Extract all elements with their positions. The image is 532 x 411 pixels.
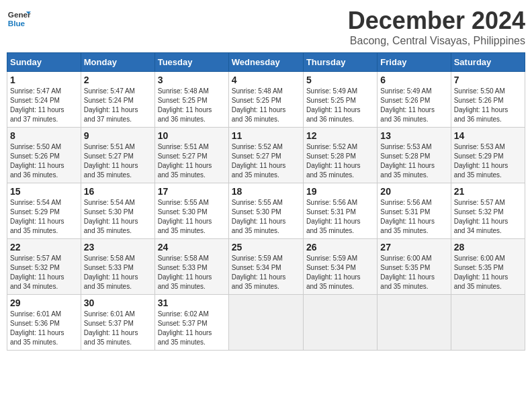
calendar-cell: 5 Sunrise: 5:49 AM Sunset: 5:25 PM Dayli… [303, 72, 377, 128]
calendar-cell: 30 Sunrise: 6:01 AM Sunset: 5:37 PM Dayl… [81, 295, 154, 351]
calendar-cell: 15 Sunrise: 5:54 AM Sunset: 5:29 PM Dayl… [7, 183, 81, 239]
calendar-cell: 27 Sunrise: 6:00 AM Sunset: 5:35 PM Dayl… [378, 239, 451, 295]
day-info: Sunrise: 5:56 AM Sunset: 5:31 PM Dayligh… [306, 198, 374, 236]
day-info: Sunrise: 5:50 AM Sunset: 5:26 PM Dayligh… [454, 87, 522, 124]
day-info: Sunrise: 5:58 AM Sunset: 5:33 PM Dayligh… [84, 254, 152, 291]
calendar-cell: 20 Sunrise: 5:56 AM Sunset: 5:31 PM Dayl… [378, 183, 451, 239]
calendar-cell: 21 Sunrise: 5:57 AM Sunset: 5:32 PM Dayl… [451, 183, 525, 239]
calendar-week-row: 29 Sunrise: 6:01 AM Sunset: 5:36 PM Dayl… [7, 295, 525, 351]
calendar-cell: 7 Sunrise: 5:50 AM Sunset: 5:26 PM Dayli… [451, 72, 525, 128]
calendar-cell: 6 Sunrise: 5:49 AM Sunset: 5:26 PM Dayli… [378, 72, 451, 128]
day-number: 15 [10, 186, 78, 197]
day-info: Sunrise: 5:49 AM Sunset: 5:25 PM Dayligh… [306, 87, 374, 124]
day-number: 31 [158, 298, 226, 308]
calendar-cell: 24 Sunrise: 5:58 AM Sunset: 5:33 PM Dayl… [154, 239, 228, 295]
calendar-cell: 22 Sunrise: 5:57 AM Sunset: 5:32 PM Dayl… [7, 239, 81, 295]
header-sunday: Sunday [7, 53, 81, 72]
day-number: 4 [232, 75, 300, 85]
calendar-cell [451, 295, 525, 351]
calendar-cell: 12 Sunrise: 5:52 AM Sunset: 5:28 PM Dayl… [303, 128, 377, 183]
day-number: 25 [232, 242, 300, 253]
day-number: 27 [380, 242, 447, 253]
title-area: December 2024 Bacong, Central Visayas, P… [348, 7, 525, 47]
day-info: Sunrise: 5:57 AM Sunset: 5:32 PM Dayligh… [454, 198, 522, 236]
calendar-cell: 11 Sunrise: 5:52 AM Sunset: 5:27 PM Dayl… [228, 128, 303, 183]
day-number: 22 [10, 242, 78, 253]
day-info: Sunrise: 5:48 AM Sunset: 5:25 PM Dayligh… [232, 87, 300, 124]
location-title: Bacong, Central Visayas, Philippines [348, 35, 525, 47]
header-wednesday: Wednesday [228, 53, 303, 72]
calendar-cell: 4 Sunrise: 5:48 AM Sunset: 5:25 PM Dayli… [228, 72, 303, 128]
day-number: 6 [380, 75, 447, 85]
day-number: 20 [380, 186, 447, 197]
day-number: 11 [232, 130, 300, 141]
calendar-cell: 28 Sunrise: 6:00 AM Sunset: 5:35 PM Dayl… [451, 239, 525, 295]
day-number: 17 [158, 186, 226, 197]
day-info: Sunrise: 5:52 AM Sunset: 5:27 PM Dayligh… [232, 142, 300, 180]
day-number: 3 [158, 75, 226, 85]
day-number: 7 [454, 75, 522, 85]
calendar-cell: 2 Sunrise: 5:47 AM Sunset: 5:24 PM Dayli… [81, 72, 154, 128]
calendar-cell [378, 295, 451, 351]
month-title: December 2024 [348, 7, 525, 35]
day-number: 28 [454, 242, 522, 253]
calendar-cell: 18 Sunrise: 5:55 AM Sunset: 5:30 PM Dayl… [228, 183, 303, 239]
calendar-cell: 31 Sunrise: 6:02 AM Sunset: 5:37 PM Dayl… [154, 295, 228, 351]
day-info: Sunrise: 5:53 AM Sunset: 5:28 PM Dayligh… [380, 142, 447, 180]
calendar-cell: 29 Sunrise: 6:01 AM Sunset: 5:36 PM Dayl… [7, 295, 81, 351]
day-number: 29 [10, 298, 78, 308]
calendar-cell [228, 295, 303, 351]
day-info: Sunrise: 5:52 AM Sunset: 5:28 PM Dayligh… [306, 142, 374, 180]
calendar-cell [303, 295, 377, 351]
calendar-cell: 14 Sunrise: 5:53 AM Sunset: 5:29 PM Dayl… [451, 128, 525, 183]
calendar-week-row: 22 Sunrise: 5:57 AM Sunset: 5:32 PM Dayl… [7, 239, 525, 295]
day-info: Sunrise: 5:58 AM Sunset: 5:33 PM Dayligh… [158, 254, 226, 291]
day-number: 14 [454, 130, 522, 141]
header-saturday: Saturday [451, 53, 525, 72]
day-info: Sunrise: 5:47 AM Sunset: 5:24 PM Dayligh… [10, 87, 78, 124]
page-header: General Blue December 2024 Bacong, Centr… [7, 7, 525, 47]
logo: General Blue [7, 7, 31, 31]
calendar-cell: 25 Sunrise: 5:59 AM Sunset: 5:34 PM Dayl… [228, 239, 303, 295]
calendar-table: Sunday Monday Tuesday Wednesday Thursday… [7, 52, 525, 351]
day-info: Sunrise: 6:00 AM Sunset: 5:35 PM Dayligh… [380, 254, 447, 291]
day-info: Sunrise: 5:59 AM Sunset: 5:34 PM Dayligh… [306, 254, 374, 291]
calendar-cell: 8 Sunrise: 5:50 AM Sunset: 5:26 PM Dayli… [7, 128, 81, 183]
calendar-header-row: Sunday Monday Tuesday Wednesday Thursday… [7, 53, 525, 72]
day-number: 12 [306, 130, 374, 141]
day-number: 10 [158, 130, 226, 141]
calendar-cell: 9 Sunrise: 5:51 AM Sunset: 5:27 PM Dayli… [81, 128, 154, 183]
calendar-cell: 19 Sunrise: 5:56 AM Sunset: 5:31 PM Dayl… [303, 183, 377, 239]
day-number: 9 [84, 130, 152, 141]
calendar-week-row: 1 Sunrise: 5:47 AM Sunset: 5:24 PM Dayli… [7, 72, 525, 128]
header-friday: Friday [378, 53, 451, 72]
day-info: Sunrise: 5:57 AM Sunset: 5:32 PM Dayligh… [10, 254, 78, 291]
day-number: 26 [306, 242, 374, 253]
day-number: 21 [454, 186, 522, 197]
calendar-week-row: 8 Sunrise: 5:50 AM Sunset: 5:26 PM Dayli… [7, 128, 525, 183]
day-info: Sunrise: 5:49 AM Sunset: 5:26 PM Dayligh… [380, 87, 447, 124]
svg-text:Blue: Blue [8, 19, 26, 28]
header-tuesday: Tuesday [154, 53, 228, 72]
calendar-cell: 16 Sunrise: 5:54 AM Sunset: 5:30 PM Dayl… [81, 183, 154, 239]
day-info: Sunrise: 5:51 AM Sunset: 5:27 PM Dayligh… [158, 142, 226, 180]
calendar-cell: 3 Sunrise: 5:48 AM Sunset: 5:25 PM Dayli… [154, 72, 228, 128]
day-info: Sunrise: 5:51 AM Sunset: 5:27 PM Dayligh… [84, 142, 152, 180]
day-number: 1 [10, 75, 78, 85]
calendar-cell: 1 Sunrise: 5:47 AM Sunset: 5:24 PM Dayli… [7, 72, 81, 128]
day-info: Sunrise: 6:01 AM Sunset: 5:37 PM Dayligh… [84, 310, 152, 347]
day-info: Sunrise: 5:59 AM Sunset: 5:34 PM Dayligh… [232, 254, 300, 291]
day-info: Sunrise: 5:48 AM Sunset: 5:25 PM Dayligh… [158, 87, 226, 124]
calendar-cell: 23 Sunrise: 5:58 AM Sunset: 5:33 PM Dayl… [81, 239, 154, 295]
day-info: Sunrise: 5:54 AM Sunset: 5:30 PM Dayligh… [84, 198, 152, 236]
header-thursday: Thursday [303, 53, 377, 72]
day-number: 2 [84, 75, 152, 85]
day-number: 18 [232, 186, 300, 197]
header-monday: Monday [81, 53, 154, 72]
day-info: Sunrise: 5:47 AM Sunset: 5:24 PM Dayligh… [84, 87, 152, 124]
calendar-cell: 17 Sunrise: 5:55 AM Sunset: 5:30 PM Dayl… [154, 183, 228, 239]
calendar-week-row: 15 Sunrise: 5:54 AM Sunset: 5:29 PM Dayl… [7, 183, 525, 239]
day-info: Sunrise: 5:54 AM Sunset: 5:29 PM Dayligh… [10, 198, 78, 236]
day-info: Sunrise: 5:56 AM Sunset: 5:31 PM Dayligh… [380, 198, 447, 236]
day-info: Sunrise: 6:02 AM Sunset: 5:37 PM Dayligh… [158, 310, 226, 347]
